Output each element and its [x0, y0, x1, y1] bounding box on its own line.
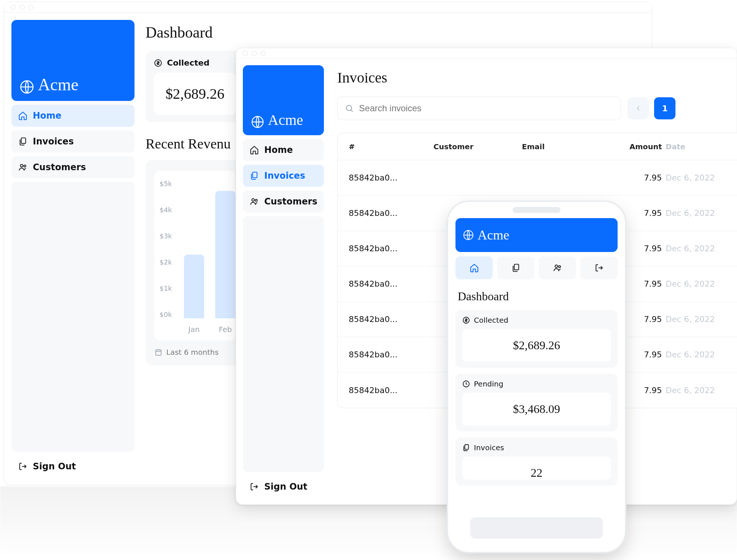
- home-icon: [469, 263, 479, 273]
- cell-id: 85842ba0...: [349, 173, 433, 182]
- pager: 1: [628, 97, 675, 119]
- cell-amount: 7.95: [603, 173, 666, 182]
- signout-icon: [18, 462, 28, 471]
- tab-home[interactable]: [455, 256, 493, 279]
- tab-invoices[interactable]: [497, 256, 534, 279]
- search-icon: [345, 104, 354, 113]
- currency-circle-icon: [462, 316, 470, 324]
- th-customer: Customer: [433, 142, 522, 151]
- stat-card-collected: Collected $2,689.26: [146, 51, 244, 122]
- th-amount: Amount: [603, 142, 666, 151]
- cell-date: Dec 6, 2022: [666, 350, 737, 359]
- th-id: #: [349, 142, 433, 151]
- stat-card-label: Collected: [474, 316, 508, 325]
- cell-date: Dec 6, 2022: [666, 386, 737, 395]
- x-tick-label: Jan: [184, 325, 204, 334]
- svg-rect-5: [156, 350, 161, 356]
- svg-rect-12: [514, 264, 518, 270]
- search-input[interactable]: [337, 97, 621, 120]
- phone-home-indicator: [470, 517, 603, 539]
- svg-rect-7: [253, 172, 257, 178]
- brand-tile[interactable]: Acme: [455, 218, 618, 252]
- cell-id: 85842ba0...: [349, 386, 433, 395]
- chart-y-axis: $5k$4k$3k$2k$1k$0k: [160, 180, 172, 318]
- window-chrome-bar: [236, 48, 737, 59]
- home-icon: [249, 145, 259, 155]
- traffic-light-dot: [20, 5, 25, 10]
- chart-card-revenue: $5k$4k$3k$2k$1k$0k JanFeb Last 6 months: [146, 160, 244, 365]
- sidebar-item-signout[interactable]: Sign Out: [243, 476, 324, 498]
- globe-icon: [251, 115, 264, 129]
- stat-card-value: 22: [462, 456, 611, 480]
- th-date: Date: [666, 142, 737, 151]
- sidebar-item-customers[interactable]: Customers: [243, 190, 324, 213]
- signout-icon: [249, 482, 259, 491]
- currency-circle-icon: [154, 59, 163, 67]
- sidebar-item-signout[interactable]: Sign Out: [11, 455, 135, 477]
- pager-page-button[interactable]: 1: [654, 97, 675, 119]
- y-tick-label: $3k: [160, 232, 172, 240]
- signout-icon: [594, 263, 604, 273]
- sidebar: Acme Home Invoices Customers Si: [236, 59, 331, 504]
- sidebar-item-label: Home: [33, 111, 62, 121]
- pager-prev-button[interactable]: [628, 97, 649, 119]
- sidebar-item-label: Customers: [33, 162, 86, 172]
- table-row[interactable]: 85842ba0...7.95Dec 6, 2022: [338, 160, 737, 196]
- clock-icon: [462, 380, 470, 388]
- users-icon: [18, 162, 28, 172]
- traffic-light-dot: [28, 5, 34, 10]
- th-email: Email: [522, 142, 603, 151]
- traffic-light-dot: [252, 51, 257, 56]
- cell-date: Dec 6, 2022: [666, 209, 737, 218]
- sidebar-item-home[interactable]: Home: [11, 105, 135, 127]
- phone-tabs: [455, 256, 618, 279]
- tab-signout[interactable]: [580, 256, 618, 279]
- chart-bar: [215, 191, 235, 318]
- globe-icon: [20, 80, 34, 94]
- users-icon: [553, 263, 562, 273]
- y-tick-label: $4k: [160, 206, 172, 214]
- svg-rect-17: [465, 445, 468, 449]
- sidebar-filler: [243, 216, 324, 472]
- sidebar-nav: Home Invoices Customers: [243, 139, 324, 213]
- stat-card-pending: Pending $3,468.09: [455, 374, 618, 431]
- stat-card-collected: Collected $2,689.26: [455, 310, 618, 368]
- phone-screen: Acme Dashboard Collected $2,689.26: [455, 218, 618, 542]
- sidebar-item-label: Invoices: [264, 171, 305, 181]
- documents-icon: [462, 444, 470, 452]
- sidebar-item-invoices[interactable]: Invoices: [243, 165, 324, 187]
- pager-page-label: 1: [662, 104, 668, 113]
- search-input-field[interactable]: [359, 103, 613, 113]
- globe-icon: [463, 230, 474, 241]
- sidebar-item-invoices[interactable]: Invoices: [11, 130, 135, 153]
- sidebar-item-customers[interactable]: Customers: [11, 156, 135, 178]
- sidebar-item-label: Sign Out: [33, 461, 76, 472]
- stat-card-label: Invoices: [474, 443, 504, 452]
- y-tick-label: $2k: [160, 258, 172, 266]
- brand-tile[interactable]: Acme: [11, 20, 135, 101]
- brand-tile[interactable]: Acme: [243, 65, 324, 135]
- stat-card-invoices: Invoices 22: [455, 437, 618, 486]
- stat-card-value: $2,689.26: [462, 329, 611, 362]
- cell-date: Dec 6, 2022: [666, 173, 737, 182]
- sidebar-item-label: Home: [264, 145, 293, 155]
- window-chrome-bar: [4, 2, 652, 13]
- traffic-light-dot: [11, 5, 16, 10]
- page-title: Dashboard: [458, 290, 618, 303]
- cell-date: Dec 6, 2022: [666, 279, 737, 288]
- toolbar: 1: [337, 97, 737, 120]
- sidebar-nav: Home Invoices Customers: [11, 105, 135, 178]
- sidebar-item-home[interactable]: Home: [243, 139, 324, 161]
- sidebar-item-label: Sign Out: [264, 482, 307, 492]
- stat-card-label: Pending: [474, 379, 503, 388]
- users-icon: [249, 197, 259, 206]
- cell-date: Dec 6, 2022: [666, 244, 737, 253]
- tab-customers[interactable]: [539, 256, 576, 279]
- documents-icon: [511, 263, 521, 273]
- y-tick-label: $5k: [160, 180, 172, 188]
- arrow-left-icon: [634, 104, 642, 112]
- sidebar-item-label: Invoices: [33, 136, 74, 147]
- chart-footer-label: Last 6 months: [166, 348, 219, 357]
- stat-card-value: $3,468.09: [462, 393, 611, 426]
- svg-point-2: [20, 164, 23, 167]
